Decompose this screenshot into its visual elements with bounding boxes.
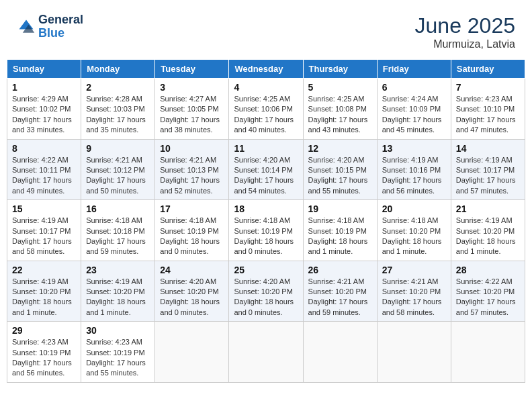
day-info: Sunrise: 4:29 AM Sunset: 10:02 PM Daylig… — [12, 94, 76, 136]
day-info: Sunrise: 4:19 AM Sunset: 10:17 PM Daylig… — [456, 155, 520, 197]
logo-text: General Blue — [38, 13, 83, 40]
day-info: Sunrise: 4:18 AM Sunset: 10:20 PM Daylig… — [382, 216, 446, 257]
day-number: 22 — [12, 265, 76, 275]
day-number: 26 — [308, 265, 372, 275]
day-number: 17 — [160, 203, 224, 214]
calendar-cell: 6Sunrise: 4:24 AM Sunset: 10:09 PM Dayli… — [377, 79, 451, 140]
location: Murmuiza, Latvia — [415, 38, 515, 50]
day-number: 2 — [86, 82, 150, 93]
day-number: 5 — [308, 82, 372, 93]
logo: General Blue — [17, 13, 83, 40]
calendar-cell: 3Sunrise: 4:27 AM Sunset: 10:05 PM Dayli… — [155, 79, 229, 140]
day-of-week-header: Wednesday — [229, 60, 303, 79]
day-info: Sunrise: 4:23 AM Sunset: 10:10 PM Daylig… — [456, 94, 520, 136]
calendar-cell: 15Sunrise: 4:19 AM Sunset: 10:17 PM Dayl… — [7, 200, 81, 261]
calendar-cell — [451, 322, 525, 383]
day-info: Sunrise: 4:18 AM Sunset: 10:18 PM Daylig… — [86, 216, 150, 257]
day-number: 4 — [234, 82, 298, 93]
day-info: Sunrise: 4:24 AM Sunset: 10:09 PM Daylig… — [382, 94, 446, 136]
calendar-cell: 14Sunrise: 4:19 AM Sunset: 10:17 PM Dayl… — [451, 139, 525, 200]
calendar-cell: 27Sunrise: 4:21 AM Sunset: 10:20 PM Dayl… — [377, 261, 451, 322]
day-info: Sunrise: 4:25 AM Sunset: 10:08 PM Daylig… — [308, 94, 372, 136]
day-info: Sunrise: 4:20 AM Sunset: 10:14 PM Daylig… — [234, 155, 298, 197]
calendar-cell: 30Sunrise: 4:23 AM Sunset: 10:19 PM Dayl… — [81, 322, 155, 383]
day-info: Sunrise: 4:21 AM Sunset: 10:20 PM Daylig… — [308, 277, 372, 318]
day-info: Sunrise: 4:18 AM Sunset: 10:19 PM Daylig… — [234, 216, 298, 257]
calendar-cell: 23Sunrise: 4:19 AM Sunset: 10:20 PM Dayl… — [81, 261, 155, 322]
day-info: Sunrise: 4:19 AM Sunset: 10:16 PM Daylig… — [382, 155, 446, 197]
logo-general: General — [38, 13, 83, 26]
day-info: Sunrise: 4:22 AM Sunset: 10:11 PM Daylig… — [12, 155, 76, 197]
calendar-cell: 13Sunrise: 4:19 AM Sunset: 10:16 PM Dayl… — [377, 139, 451, 200]
calendar-cell: 19Sunrise: 4:18 AM Sunset: 10:19 PM Dayl… — [303, 200, 377, 261]
day-info: Sunrise: 4:19 AM Sunset: 10:20 PM Daylig… — [12, 277, 76, 318]
calendar-cell: 21Sunrise: 4:19 AM Sunset: 10:20 PM Dayl… — [451, 200, 525, 261]
calendar-cell: 5Sunrise: 4:25 AM Sunset: 10:08 PM Dayli… — [303, 79, 377, 140]
title-block: June 2025 Murmuiza, Latvia — [415, 13, 515, 50]
calendar-week-row: 15Sunrise: 4:19 AM Sunset: 10:17 PM Dayl… — [7, 200, 525, 261]
day-number: 18 — [234, 203, 298, 214]
logo-blue: Blue — [38, 26, 64, 40]
calendar-cell: 16Sunrise: 4:18 AM Sunset: 10:18 PM Dayl… — [81, 200, 155, 261]
day-of-week-header: Sunday — [7, 60, 81, 79]
calendar-week-row: 1Sunrise: 4:29 AM Sunset: 10:02 PM Dayli… — [7, 79, 525, 140]
day-info: Sunrise: 4:28 AM Sunset: 10:03 PM Daylig… — [86, 94, 150, 136]
calendar-cell: 9Sunrise: 4:21 AM Sunset: 10:12 PM Dayli… — [81, 139, 155, 200]
day-number: 7 — [456, 82, 520, 93]
day-info: Sunrise: 4:23 AM Sunset: 10:19 PM Daylig… — [86, 337, 150, 379]
day-number: 28 — [456, 265, 520, 275]
day-number: 11 — [234, 143, 298, 154]
calendar-week-row: 8Sunrise: 4:22 AM Sunset: 10:11 PM Dayli… — [7, 139, 525, 200]
calendar: SundayMondayTuesdayWednesdayThursdayFrid… — [7, 59, 525, 383]
day-info: Sunrise: 4:19 AM Sunset: 10:17 PM Daylig… — [12, 216, 76, 257]
calendar-cell: 29Sunrise: 4:23 AM Sunset: 10:19 PM Dayl… — [7, 322, 81, 383]
day-number: 13 — [382, 143, 446, 154]
day-number: 1 — [12, 82, 76, 93]
day-of-week-header: Thursday — [303, 60, 377, 79]
day-of-week-header: Tuesday — [155, 60, 229, 79]
calendar-body: 1Sunrise: 4:29 AM Sunset: 10:02 PM Dayli… — [7, 79, 525, 383]
day-info: Sunrise: 4:21 AM Sunset: 10:13 PM Daylig… — [160, 155, 224, 197]
day-number: 27 — [382, 265, 446, 275]
day-info: Sunrise: 4:19 AM Sunset: 10:20 PM Daylig… — [86, 277, 150, 318]
day-number: 10 — [160, 143, 224, 154]
day-number: 24 — [160, 265, 224, 275]
calendar-cell: 1Sunrise: 4:29 AM Sunset: 10:02 PM Dayli… — [7, 79, 81, 140]
day-number: 8 — [12, 143, 76, 154]
calendar-header-row: SundayMondayTuesdayWednesdayThursdayFrid… — [7, 60, 525, 79]
day-number: 3 — [160, 82, 224, 93]
calendar-cell: 28Sunrise: 4:22 AM Sunset: 10:20 PM Dayl… — [451, 261, 525, 322]
day-info: Sunrise: 4:18 AM Sunset: 10:19 PM Daylig… — [308, 216, 372, 257]
header: General Blue June 2025 Murmuiza, Latvia — [7, 7, 525, 54]
day-info: Sunrise: 4:20 AM Sunset: 10:20 PM Daylig… — [234, 277, 298, 318]
calendar-cell: 26Sunrise: 4:21 AM Sunset: 10:20 PM Dayl… — [303, 261, 377, 322]
calendar-cell: 20Sunrise: 4:18 AM Sunset: 10:20 PM Dayl… — [377, 200, 451, 261]
day-number: 21 — [456, 203, 520, 214]
day-info: Sunrise: 4:23 AM Sunset: 10:19 PM Daylig… — [12, 337, 76, 379]
day-info: Sunrise: 4:19 AM Sunset: 10:20 PM Daylig… — [456, 216, 520, 257]
calendar-cell: 10Sunrise: 4:21 AM Sunset: 10:13 PM Dayl… — [155, 139, 229, 200]
calendar-cell: 2Sunrise: 4:28 AM Sunset: 10:03 PM Dayli… — [81, 79, 155, 140]
day-number: 29 — [12, 325, 76, 336]
calendar-cell: 22Sunrise: 4:19 AM Sunset: 10:20 PM Dayl… — [7, 261, 81, 322]
calendar-cell — [229, 322, 303, 383]
logo-icon — [17, 17, 36, 36]
calendar-cell: 17Sunrise: 4:18 AM Sunset: 10:19 PM Dayl… — [155, 200, 229, 261]
calendar-cell: 12Sunrise: 4:20 AM Sunset: 10:15 PM Dayl… — [303, 139, 377, 200]
day-number: 25 — [234, 265, 298, 275]
calendar-cell: 7Sunrise: 4:23 AM Sunset: 10:10 PM Dayli… — [451, 79, 525, 140]
calendar-cell: 4Sunrise: 4:25 AM Sunset: 10:06 PM Dayli… — [229, 79, 303, 140]
day-info: Sunrise: 4:22 AM Sunset: 10:20 PM Daylig… — [456, 277, 520, 318]
day-of-week-header: Saturday — [451, 60, 525, 79]
day-number: 14 — [456, 143, 520, 154]
calendar-cell: 8Sunrise: 4:22 AM Sunset: 10:11 PM Dayli… — [7, 139, 81, 200]
day-number: 23 — [86, 265, 150, 275]
calendar-week-row: 22Sunrise: 4:19 AM Sunset: 10:20 PM Dayl… — [7, 261, 525, 322]
day-info: Sunrise: 4:20 AM Sunset: 10:20 PM Daylig… — [160, 277, 224, 318]
day-of-week-header: Friday — [377, 60, 451, 79]
day-number: 30 — [86, 325, 150, 336]
day-info: Sunrise: 4:18 AM Sunset: 10:19 PM Daylig… — [160, 216, 224, 257]
day-number: 12 — [308, 143, 372, 154]
calendar-cell: 24Sunrise: 4:20 AM Sunset: 10:20 PM Dayl… — [155, 261, 229, 322]
day-info: Sunrise: 4:21 AM Sunset: 10:12 PM Daylig… — [86, 155, 150, 197]
